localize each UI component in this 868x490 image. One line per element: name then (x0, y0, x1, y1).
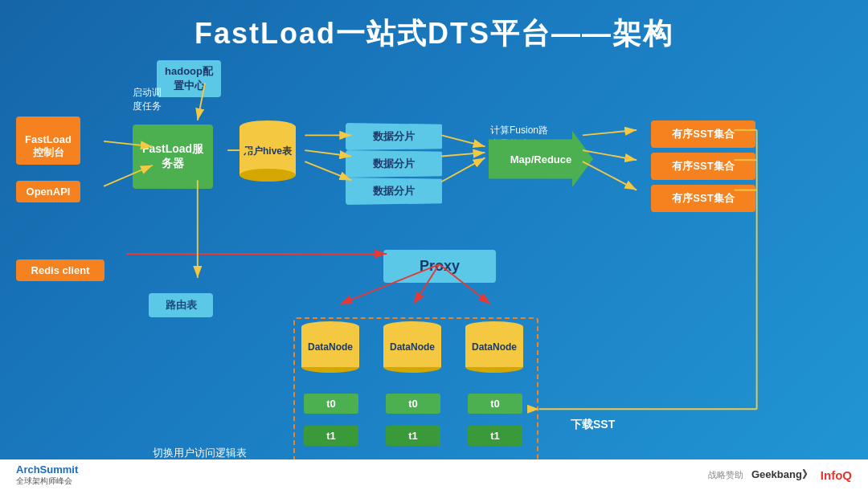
geekbang-logo: Geekbang》 (751, 468, 813, 482)
archsummit-logo: ArchSummit 全球架构师峰会 (16, 463, 78, 487)
sst-3-label: 有序SST集合 (672, 192, 734, 204)
infoq-logo: InfoQ (821, 468, 852, 482)
fastload-control-label: FastLoad 控制台 (25, 133, 72, 158)
t1-box-2: t1 (386, 426, 440, 446)
dn2-top (383, 321, 441, 333)
switch-label: 切换用户访问逻辑表 (153, 446, 247, 460)
fastload-server-box: FastLoad服 务器 (133, 125, 213, 189)
switch-label-text: 切换用户访问逻辑表 (153, 447, 247, 459)
db-body: 用户hive表 (240, 127, 296, 175)
data-shard-2: 数据分片 (346, 150, 442, 178)
data-shard-3: 数据分片 (346, 178, 442, 205)
t0-1-label: t0 (326, 398, 336, 410)
t1-1-label: t1 (326, 430, 336, 442)
footer-right: 战略赞助 Geekbang》 InfoQ (708, 468, 852, 482)
t1-box-1: t1 (304, 426, 358, 446)
user-hive-cylinder: 用户hive表 (240, 120, 296, 182)
footer: ArchSummit 全球架构师峰会 战略赞助 Geekbang》 InfoQ (0, 459, 868, 490)
shard-1-label: 数据分片 (373, 130, 415, 142)
user-hive-label: 用户hive表 (244, 145, 292, 157)
fastload-server-label: FastLoad服 务器 (142, 142, 203, 171)
svg-line-12 (441, 153, 485, 157)
routing-table-label: 路由表 (166, 299, 197, 311)
svg-line-16 (583, 161, 637, 190)
redis-client-label: Redis client (31, 264, 90, 276)
t1-box-3: t1 (468, 426, 522, 446)
sst-2-label: 有序SST集合 (672, 160, 734, 172)
openapi-box: OpenAPI (16, 181, 80, 202)
start-task-label: 启动调 度任务 (133, 75, 162, 113)
routing-table-box: 路由表 (149, 293, 213, 317)
svg-line-10 (305, 161, 351, 180)
shard-2-label: 数据分片 (373, 157, 415, 169)
redis-client-box: Redis client (16, 259, 104, 281)
svg-line-14 (583, 130, 637, 136)
sst-box-1: 有序SST集合 (651, 120, 755, 148)
shard-3-label: 数据分片 (373, 185, 415, 197)
t1-2-label: t1 (408, 430, 418, 442)
archsummit-name: ArchSummit (16, 463, 78, 476)
dn3-top (465, 321, 523, 333)
t0-2-label: t0 (408, 398, 418, 410)
content-area: hadoop配 置中心 FastLoad 控制台 OpenAPI 启动调 度任务… (8, 60, 860, 458)
svg-line-9 (305, 150, 351, 156)
dn1-top (301, 321, 359, 333)
t0-box-3: t0 (468, 394, 522, 414)
archsummit-sub: 全球架构师峰会 (16, 476, 78, 487)
page-title: FastLoad一站式DTS平台——架构 (0, 0, 868, 62)
sst-1-label: 有序SST集合 (672, 128, 734, 140)
start-task-text: 启动调 度任务 (133, 87, 162, 112)
t1-3-label: t1 (490, 430, 500, 442)
sponsor-label: 战略赞助 (708, 469, 743, 481)
download-sst-text: 下载SST (571, 418, 615, 431)
data-shard-1: 数据分片 (346, 123, 442, 150)
openapi-label: OpenAPI (27, 186, 71, 198)
mapreduce-label: Map/Reduce (510, 153, 572, 165)
proxy-label: Proxy (420, 258, 460, 274)
footer-left: ArchSummit 全球架构师峰会 (16, 463, 78, 487)
fastload-control-box: FastLoad 控制台 (16, 116, 80, 165)
sst-box-2: 有序SST集合 (651, 153, 755, 180)
db-top (240, 120, 296, 133)
t0-3-label: t0 (490, 398, 500, 410)
svg-line-13 (441, 157, 485, 182)
t0-box-2: t0 (386, 394, 440, 414)
hadoop-box: hadoop配 置中心 (157, 60, 221, 97)
download-sst-label: 下载SST (571, 418, 615, 432)
main-container: FastLoad一站式DTS平台——架构 hadoop配 置中心 FastLoa… (0, 0, 868, 490)
t0-box-1: t0 (304, 394, 358, 414)
hadoop-label: hadoop配 置中心 (165, 65, 213, 92)
svg-line-11 (441, 135, 485, 146)
sst-box-3: 有序SST集合 (651, 185, 755, 212)
db-bottom (240, 169, 296, 182)
mapreduce-arrow: Map/Reduce (489, 131, 593, 187)
proxy-box: Proxy (383, 250, 496, 283)
